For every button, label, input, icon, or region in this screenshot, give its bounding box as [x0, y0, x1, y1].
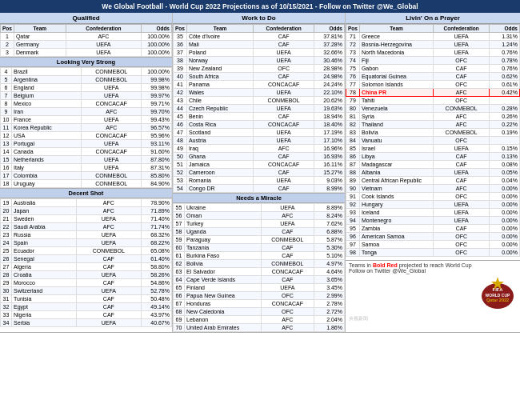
table-pos: 75: [346, 65, 360, 73]
table-odds: 58.80%: [142, 263, 172, 271]
table-odds: 32.66%: [314, 49, 345, 57]
footer-note2: Follow on Twitter @We_Global: [349, 268, 517, 274]
table-team: Equatorial Guinea: [359, 73, 433, 81]
table-team: Tanzania: [185, 244, 262, 252]
table-pos: 8: [1, 100, 12, 108]
table-conf: CAF: [254, 153, 314, 161]
table-odds: 0.00%: [490, 233, 520, 241]
table-team: Burkina Faso: [185, 252, 262, 260]
table-pos: 38: [174, 57, 187, 65]
table-odds: 99.97%: [142, 92, 172, 100]
table-team: Iraq: [186, 145, 253, 153]
table-odds: 30.46%: [314, 57, 345, 65]
table-odds: 7.62%: [314, 220, 345, 228]
table-odds: 5.30%: [314, 244, 345, 252]
table-team: United Arab Emirates: [185, 324, 262, 332]
table-conf: UEFA: [434, 145, 490, 153]
table-odds: 0.61%: [490, 81, 520, 89]
table-conf: AFC: [66, 33, 141, 41]
table-odds: 0.15%: [490, 145, 520, 153]
table-pos: 88: [346, 169, 360, 177]
table-pos: 2: [1, 41, 14, 49]
table-pos: 60: [174, 244, 185, 252]
table-team: Venezuela: [359, 105, 433, 113]
table-conf: UEFA: [82, 84, 142, 92]
table-team: Lebanon: [185, 316, 262, 324]
table-odds: 3.65%: [314, 276, 345, 284]
table-conf: CONCACAF: [82, 148, 142, 156]
table-conf: CONMEBOL: [254, 97, 314, 105]
table-team: Croatia: [12, 271, 77, 279]
table-conf: CAF: [434, 73, 490, 81]
table-odds: 95.96%: [142, 132, 172, 140]
table-pos: 48: [174, 137, 187, 145]
table-team: Spain: [12, 239, 77, 247]
needs-miracle-table: 55UkraineUEFA8.89%56OmanAFC8.24%57Turkey…: [173, 203, 345, 332]
table-odds: 17.19%: [314, 129, 345, 137]
table-pos: 96: [346, 233, 360, 241]
table-pos: 37: [174, 49, 187, 57]
table-odds: 2.72%: [314, 308, 345, 316]
table-pos: 29: [1, 279, 12, 287]
table-team: South Africa: [186, 73, 253, 81]
table-odds: 0.00%: [490, 217, 520, 225]
fifa-svg: FIFA WORLD CUP Qatar 2022: [478, 275, 517, 314]
table-conf: UEFA: [76, 319, 141, 327]
table-odds: 40.67%: [142, 319, 172, 327]
table-team: Scotland: [186, 129, 253, 137]
table-pos: 18: [1, 180, 12, 188]
qualified-header: Qualified: [0, 13, 172, 24]
table-team: Papua New Guinea: [185, 292, 262, 300]
watermark: 央视新闻: [349, 315, 517, 322]
table-team: Nigeria: [12, 311, 77, 319]
table-pos: 23: [1, 231, 12, 239]
table-conf: UEFA: [82, 140, 142, 148]
table-conf: CAF: [261, 252, 314, 260]
table-odds: 0.76%: [490, 49, 520, 57]
table-pos: 14: [1, 148, 12, 156]
livin-table: Pos Team Confederation Odds 71GreeceUEFA…: [346, 24, 520, 257]
table-conf: OFC: [434, 193, 490, 201]
table-odds: 52.78%: [142, 287, 172, 295]
table-team: Bolivia: [359, 129, 433, 137]
table-pos: 21: [1, 215, 12, 223]
table-conf: UEFA: [82, 156, 142, 164]
table-pos: 78: [346, 89, 360, 97]
fifa-logo: FIFA WORLD CUP Qatar 2022: [478, 275, 517, 314]
table-pos: 87: [346, 161, 360, 169]
table-team: Switzerland: [12, 287, 77, 295]
table-odds: 18.94%: [314, 113, 345, 121]
table-team: Côte d'Ivoire: [186, 33, 253, 41]
table-team: Egypt: [12, 303, 77, 311]
table-pos: 20: [1, 207, 12, 215]
table-team: Austria: [186, 137, 253, 145]
table-conf: CONMEBOL: [82, 68, 142, 76]
table-team: Congo DR: [186, 185, 253, 193]
table-team: Bolivia: [185, 260, 262, 268]
table-team: Qatar: [14, 33, 66, 41]
table-odds: 68.22%: [142, 239, 172, 247]
table-team: Israel: [359, 145, 433, 153]
table-odds: 9.03%: [314, 177, 345, 185]
table-pos: 57: [174, 220, 185, 228]
table-conf: UEFA: [254, 137, 314, 145]
table-team: Zambia: [359, 225, 433, 233]
table-team: Canada: [12, 148, 82, 156]
table-pos: 98: [346, 249, 360, 257]
table-conf: UEFA: [82, 116, 142, 124]
th-team3: Team: [359, 25, 433, 33]
table-team: Norway: [186, 57, 253, 65]
table-pos: 34: [1, 319, 12, 327]
table-conf: UEFA: [434, 209, 490, 217]
table-conf: UEFA: [254, 129, 314, 137]
table-pos: 17: [1, 172, 12, 180]
table-odds: 0.00%: [490, 201, 520, 209]
table-pos: 72: [346, 41, 360, 49]
footer-note1: Teams in Bold Red projected to reach Wor…: [349, 262, 517, 268]
table-conf: AFC: [254, 145, 314, 153]
table-pos: 85: [346, 145, 360, 153]
table-team: Vietnam: [359, 185, 433, 193]
table-team: Samoa: [359, 241, 433, 249]
table-team: New Caledonia: [185, 308, 262, 316]
table-pos: 79: [346, 97, 360, 105]
